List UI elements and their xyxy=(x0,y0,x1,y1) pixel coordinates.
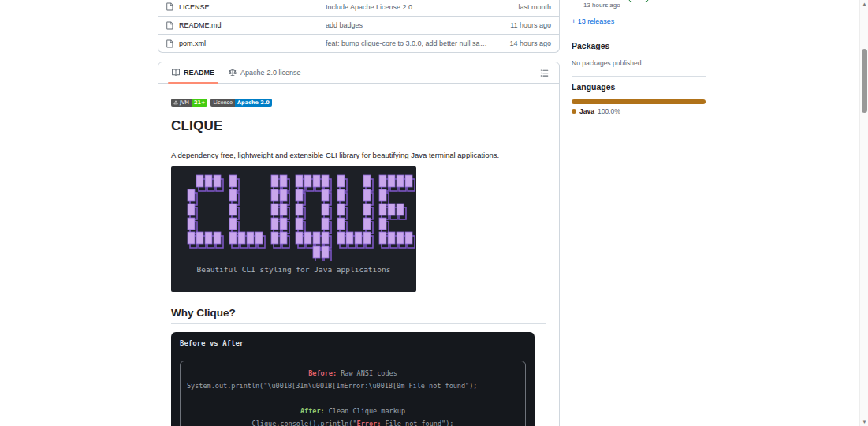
file-name[interactable]: LICENSE xyxy=(179,3,210,11)
before-code: System.out.println("\u001B[31m\u001B[1mE… xyxy=(187,379,519,392)
section-heading: Why Clique? xyxy=(171,307,546,324)
commit-time: last month xyxy=(488,3,559,11)
art-caption: Beautiful CLI styling for Java applicati… xyxy=(171,265,416,274)
blank-line xyxy=(187,392,519,405)
demo-title: Before vs After xyxy=(180,339,526,347)
law-scales-icon xyxy=(229,69,237,77)
file-icon xyxy=(166,21,173,30)
commit-time: 14 hours ago xyxy=(488,39,559,47)
commit-message[interactable]: Include Apache License 2.0 xyxy=(326,3,488,11)
file-name[interactable]: README.md xyxy=(179,21,222,29)
readme-tabbar: README Apache-2.0 license xyxy=(158,62,559,84)
scrollbar-thumb[interactable] xyxy=(862,49,867,113)
languages-heading: Languages xyxy=(572,82,615,92)
tab-label: Apache-2.0 license xyxy=(240,69,301,77)
file-icon xyxy=(166,39,173,48)
jvm-badge-icon xyxy=(173,100,178,105)
language-bar-java[interactable] xyxy=(572,99,706,104)
file-row-pomxml[interactable]: pom.xml feat: bump clique-core to 3.0.0,… xyxy=(158,34,559,52)
clique-logo-art: Beautiful CLI styling for Java applicati… xyxy=(171,166,416,292)
language-dot xyxy=(572,109,576,114)
tab-readme[interactable]: README xyxy=(165,62,222,83)
tab-label: README xyxy=(184,69,214,77)
repo-page: LICENSE Include Apache License 2.0 last … xyxy=(0,0,868,426)
file-row-license[interactable]: LICENSE Include Apache License 2.0 last … xyxy=(158,0,559,16)
file-row-readme[interactable]: README.md add badges 11 hours ago xyxy=(158,16,559,34)
repo-sidebar: 13 hours ago + 13 releases Packages No p… xyxy=(572,0,706,426)
divider xyxy=(572,32,706,32)
after-code: Clique.console().println("Error: File no… xyxy=(187,417,519,426)
release-time: 13 hours ago xyxy=(583,2,620,9)
packages-empty-text: No packages published xyxy=(572,59,641,67)
license-badge[interactable]: License Apache 2.0 xyxy=(210,99,271,106)
scroll-down-arrow[interactable]: ▼ xyxy=(860,420,868,424)
before-after-demo: Before vs After Before: Raw ANSI codes S… xyxy=(171,332,535,426)
readme-content: JVM 21+ License Apache 2.0 CLIQUE A depe… xyxy=(158,84,559,426)
commit-message[interactable]: feat: bump clique-core to 3.0.0, add bet… xyxy=(326,39,488,47)
vertical-scrollbar[interactable]: ▲ ▼ xyxy=(859,0,868,426)
language-item-java[interactable]: Java 100.0% xyxy=(572,107,620,115)
scroll-up-arrow[interactable]: ▲ xyxy=(860,2,868,6)
file-icon xyxy=(166,2,173,11)
latest-badge xyxy=(628,0,649,2)
readme-card: README Apache-2.0 license JVM 21+ xyxy=(158,62,560,426)
commit-time: 11 hours ago xyxy=(488,21,559,29)
after-line: After: Clean Clique markup xyxy=(187,405,519,417)
jvm-badge[interactable]: JVM 21+ xyxy=(171,99,207,106)
book-icon xyxy=(172,69,180,77)
file-name[interactable]: pom.xml xyxy=(179,39,206,47)
project-description: A dependency free, lightweight and exten… xyxy=(171,151,546,159)
divider xyxy=(572,76,706,77)
packages-heading[interactable]: Packages xyxy=(572,41,609,50)
releases-link[interactable]: + 13 releases xyxy=(572,17,614,25)
file-list: LICENSE Include Apache License 2.0 last … xyxy=(158,0,560,53)
demo-terminal-frame: Before: Raw ANSI codes System.out.printl… xyxy=(180,361,526,426)
commit-message[interactable]: add badges xyxy=(326,21,488,29)
tab-license[interactable]: Apache-2.0 license xyxy=(222,62,308,83)
outline-toc-icon[interactable] xyxy=(537,66,551,79)
before-line: Before: Raw ANSI codes xyxy=(187,367,519,379)
page-title: CLIQUE xyxy=(171,118,546,140)
badges: JVM 21+ License Apache 2.0 xyxy=(171,99,546,106)
